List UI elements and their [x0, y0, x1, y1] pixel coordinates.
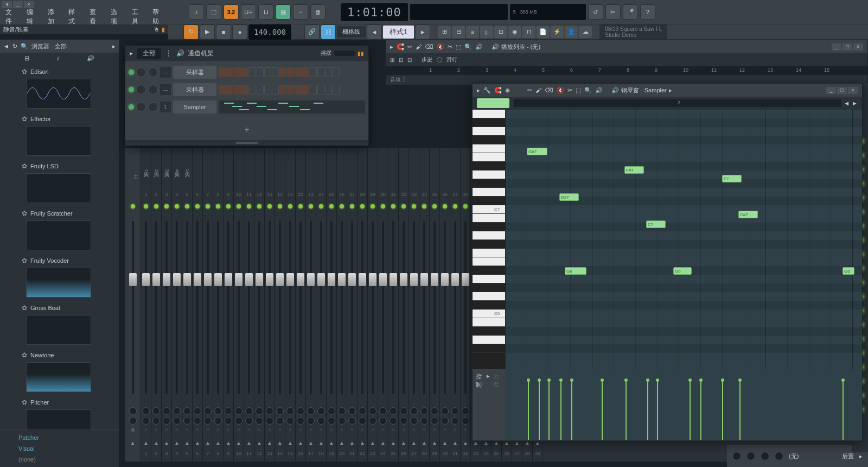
fx-none-label[interactable]: (无) [789, 452, 799, 460]
mixer-stereo-knob[interactable] [400, 417, 407, 425]
channel-vol-knob[interactable] [148, 67, 158, 77]
step-button[interactable] [325, 85, 332, 94]
mixer-stereo-knob[interactable] [173, 417, 181, 425]
mixer-insert-5[interactable]: 插入 55○▲5 [182, 148, 193, 462]
pr-play-icon[interactable]: 🔊 [595, 87, 603, 94]
mixer-insert-24[interactable]: 30○▲24 [378, 148, 388, 462]
cut-icon[interactable]: ✂ [605, 4, 621, 20]
control-lane-label[interactable]: 控制 ▸ 力度 [473, 369, 505, 440]
playlist-mode-step[interactable]: 步进 [422, 56, 432, 64]
mixer-insert-11[interactable]: 11○▲11 [244, 148, 254, 462]
channel-rack-window[interactable]: ▸ 全部 ⋮ 🔊 通道机架 摇摆 ▮▮ ---采样器---采样器1Sampler… [125, 45, 369, 146]
step-button[interactable] [257, 67, 264, 77]
browser-back-icon[interactable]: ◄ [3, 43, 9, 49]
mixer-led[interactable] [185, 204, 189, 209]
send-arrow-icon[interactable]: ▲ [236, 440, 241, 446]
pr-max-icon[interactable]: □ [837, 87, 847, 94]
mixer-insert-28[interactable]: 34○▲28 [419, 148, 430, 462]
mixer-led[interactable] [257, 204, 261, 209]
send-arrow-icon[interactable]: ▲ [184, 440, 190, 446]
mixer-fader[interactable] [141, 210, 151, 405]
mixer-fader[interactable] [234, 210, 244, 405]
pianoroll-header[interactable]: ▸ 🔧 🧲 ⊕ ✏ 🖌 ⌫ 🔇 ✂ ⬚ 🔍 🔊 🔊 钢琴窗 - Sampler … [473, 84, 862, 97]
mixer-stereo-knob[interactable] [328, 417, 335, 425]
mixer-led[interactable] [298, 204, 303, 209]
step-button[interactable] [310, 85, 317, 94]
send-arrow-icon[interactable]: ▲ [298, 440, 303, 446]
step-button[interactable] [295, 85, 302, 94]
mixer-pan-knob[interactable] [410, 407, 418, 415]
mixer-fader[interactable] [440, 210, 450, 405]
velocity-bar[interactable] [602, 380, 603, 440]
playlist-mute-icon[interactable]: 🔇 [437, 43, 444, 51]
mixer-pan-knob[interactable] [266, 407, 273, 415]
mixer-fader[interactable] [430, 210, 439, 405]
mixer-stereo-knob[interactable] [348, 417, 356, 425]
playlist-menu-icon[interactable]: ▸ [390, 43, 393, 51]
pattern-mode-icon[interactable]: ♪ [189, 4, 204, 20]
mixer-insert-20[interactable]: 26○▲20 [337, 148, 347, 462]
mixer-insert-22[interactable]: 28○▲22 [358, 148, 368, 462]
send-arrow-icon[interactable]: ▲ [391, 440, 396, 446]
mixer-stereo-knob[interactable] [204, 417, 212, 425]
browser-fwd-icon[interactable]: ↻ [12, 43, 17, 50]
piano-key[interactable] [473, 136, 505, 144]
channel-rack-header[interactable]: ▸ 全部 ⋮ 🔊 通道机架 摇摆 ▮▮ [125, 46, 368, 61]
send-arrow-icon[interactable]: ▲ [349, 440, 355, 446]
step-button[interactable] [302, 85, 309, 94]
mixer-pan-knob[interactable] [431, 407, 438, 415]
mixer-stereo-knob[interactable] [390, 417, 397, 425]
mixer-insert-12[interactable]: 12○▲12 [254, 148, 265, 462]
send-arrow-icon[interactable]: ▲ [205, 440, 210, 446]
step-button[interactable] [317, 67, 324, 77]
velocity-bar[interactable] [739, 380, 741, 440]
send-arrow-icon[interactable]: ▲ [318, 440, 324, 446]
mixer-insert-6[interactable]: 6○▲6 [193, 148, 203, 462]
piano-key[interactable] [473, 240, 505, 249]
pr-timeline-overview[interactable]: 2 [514, 99, 841, 107]
mixer-led[interactable] [216, 204, 220, 209]
song-mode-icon[interactable]: ⬚ [206, 4, 221, 20]
playlist-zoom-icon[interactable]: 🔍 [464, 43, 472, 51]
channel-rack-scrollbar[interactable] [236, 142, 258, 144]
mixer-led[interactable] [412, 204, 416, 209]
mixer-pan-knob[interactable] [276, 407, 284, 415]
pr-dropdown-icon[interactable]: ▸ [669, 87, 672, 94]
browser-item-pitcher[interactable]: ✿Pitcher [0, 396, 119, 408]
send-arrow-icon[interactable]: ▲ [452, 440, 458, 446]
mixer-led[interactable] [131, 204, 135, 209]
send-arrow-icon[interactable]: ▲ [432, 440, 437, 446]
mixer-fader[interactable] [203, 210, 213, 405]
piano-key[interactable] [473, 318, 505, 327]
mixer-stereo-knob[interactable] [235, 417, 242, 425]
playlist-select-icon[interactable]: ⬚ [456, 43, 461, 51]
mixer-fader[interactable] [358, 210, 367, 405]
fx-reset-icon[interactable]: ▸ [859, 453, 863, 460]
velocity-bar[interactable] [700, 380, 701, 440]
step-button[interactable] [302, 67, 309, 77]
mixer-pan-knob[interactable] [297, 407, 304, 415]
velocity-bar[interactable] [571, 380, 572, 440]
mixer-pan-knob[interactable] [204, 407, 212, 415]
mixer-led[interactable] [443, 204, 447, 209]
velocity-editor[interactable] [505, 369, 862, 440]
mixer-fader[interactable] [182, 210, 192, 405]
view-script-icon[interactable]: 📄 [537, 26, 550, 38]
browser-footer-patcher[interactable]: Patcher [2, 432, 117, 443]
prev-pattern-icon[interactable]: ◄ [367, 24, 382, 40]
mixer-insert-7[interactable]: 7○▲7 [203, 148, 213, 462]
channel-route[interactable]: --- [160, 67, 171, 78]
mixer-fader[interactable] [409, 210, 419, 405]
mixer-stereo-knob[interactable] [441, 417, 449, 425]
send-arrow-icon[interactable]: ▲ [130, 440, 136, 446]
sync-icon[interactable]: ⛓ [321, 24, 336, 40]
pr-zoom-icon[interactable]: 🔍 [584, 87, 592, 94]
browser-item-effector[interactable]: ✿Effector [0, 113, 119, 125]
mixer-stereo-knob[interactable] [379, 417, 387, 425]
mixer-led[interactable] [267, 204, 272, 209]
mixer-led[interactable] [278, 204, 282, 209]
browser-item-newtone[interactable]: ✿Newtone [0, 349, 119, 361]
mixer-led[interactable] [340, 204, 344, 209]
mixer-pan-knob[interactable] [359, 407, 366, 415]
mixer-insert-1[interactable]: 插入 11○▲1 [141, 148, 151, 462]
